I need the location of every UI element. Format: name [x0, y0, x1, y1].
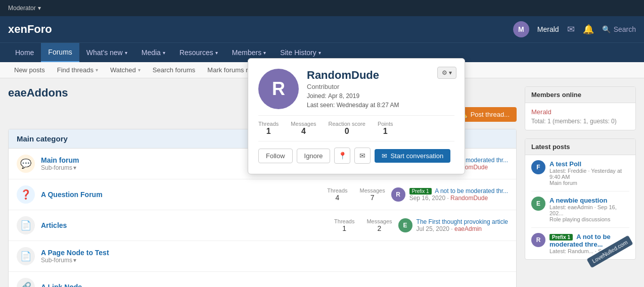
notifications-icon[interactable]: 🔔 — [583, 24, 594, 35]
forum-latest-articles: E The First thought provoking article Ju… — [398, 218, 508, 232]
popup-stat-messages: Messages 4 — [291, 121, 316, 136]
nav-item-forums[interactable]: Forums — [41, 43, 79, 62]
message-icon-button[interactable]: ✉ — [354, 148, 371, 164]
latest-title-q[interactable]: Prefix 1 A not to be moderated thr... — [409, 187, 508, 195]
logo-xen: xen — [8, 23, 27, 35]
post-meta-1: Latest: eaeAdmin · Sep 16, 202... — [549, 204, 629, 216]
forum-subforums-pagenode[interactable]: Sub-forums ▾ — [41, 257, 508, 264]
forum-icon-question: ❓ — [17, 185, 35, 204]
forum-info-articles: Articles — [41, 221, 328, 229]
forum-stats-articles: Threads 1 Messages 2 — [334, 218, 392, 232]
logo-foro: Foro — [27, 23, 52, 35]
resources-arrow: ▾ — [215, 50, 218, 56]
forum-name-linknode[interactable]: A Link Node — [41, 283, 508, 287]
latest-date-a: Jul 25, 2020 · eaeAdmin — [417, 225, 508, 232]
forum-info-pagenode: A Page Node to Test Sub-forums ▾ — [41, 249, 508, 264]
sidebar: Members online Merald Total: 1 (members:… — [525, 86, 636, 287]
latest-avatar-q[interactable]: R — [391, 187, 405, 202]
forum-icon-main: 💬 — [17, 155, 35, 173]
subforums-arrow: ▾ — [73, 164, 76, 171]
member-link-merald[interactable]: Merald — [531, 108, 629, 116]
role-selector[interactable]: Moderator ▾ — [8, 5, 41, 12]
watched-arrow: ▾ — [138, 67, 141, 73]
subforums-arrow-pn: ▾ — [73, 257, 76, 264]
members-arrow: ▾ — [263, 50, 266, 56]
post-meta-0: Latest: Freddie · Yesterday at 9:40 AM — [549, 168, 629, 180]
prefix-badge-q: Prefix 1 — [409, 188, 432, 195]
popup-stat-threads: Threads 1 — [258, 121, 279, 136]
popup-card: R RandomDude Contributor Joined: Apr 8, … — [248, 58, 465, 174]
latest-date-q: Sep 16, 2020 · RandomDude — [409, 195, 508, 202]
forum-stat-threads-q: Threads 4 — [327, 187, 347, 202]
latest-text-a: The First thought provoking article Jul … — [417, 218, 508, 232]
sub-nav-watched[interactable]: Watched ▾ — [104, 62, 147, 78]
start-conversation-icon: ✉ — [382, 152, 387, 160]
sitehistory-arrow: ▾ — [318, 50, 321, 56]
logo[interactable]: xenForo — [8, 23, 52, 36]
forum-icon-linknode: 🔗 — [17, 278, 35, 287]
popup-actions: Follow Ignore 📍 ✉ ✉ Start conversation — [258, 148, 454, 164]
forum-stats-question: Threads 4 Messages 7 — [327, 187, 385, 202]
post-info-1: A newbie question Latest: eaeAdmin · Sep… — [549, 197, 629, 222]
post-title-0[interactable]: A test Poll — [549, 160, 629, 168]
post-avatar-2[interactable]: R — [531, 233, 545, 247]
forum-latest-question: R Prefix 1 A not to be moderated thr... … — [391, 187, 508, 202]
table-row: 🔗 A Link Node — [9, 272, 516, 287]
avatar[interactable]: M — [513, 21, 529, 37]
forum-name-pagenode[interactable]: A Page Node to Test — [41, 249, 508, 257]
role-arrow: ▾ — [38, 5, 41, 12]
forum-stat-threads-a: Threads 1 — [334, 218, 354, 232]
popup-avatar: R — [258, 69, 299, 109]
forum-stat-messages-q: Messages 7 — [360, 187, 385, 202]
popup-joined: Joined: Apr 8, 2019 — [307, 92, 454, 100]
popup-settings-button[interactable]: ⚙ ▾ — [437, 67, 456, 79]
forum-stat-messages-a: Messages 2 — [366, 218, 392, 232]
list-item: E A newbie question Latest: eaeAdmin · S… — [531, 197, 629, 228]
user-popup: R RandomDude Contributor Joined: Apr 8, … — [248, 58, 465, 174]
follow-button[interactable]: Follow — [258, 149, 293, 163]
members-total: Total: 1 (members: 1, guests: 0) — [531, 118, 629, 125]
messages-icon[interactable]: ✉ — [567, 24, 575, 35]
post-avatar-1[interactable]: E — [531, 197, 545, 211]
nav-item-media[interactable]: Media ▾ — [134, 43, 172, 62]
latest-text-q: Prefix 1 A not to be moderated thr... Se… — [409, 187, 508, 202]
popup-header: R RandomDude Contributor Joined: Apr 8, … — [258, 69, 454, 109]
location-icon-button[interactable]: 📍 — [334, 148, 350, 164]
top-bar: Moderator ▾ — [0, 0, 644, 16]
table-row: ❓ A Question Forum Threads 4 Messages 7 — [9, 179, 516, 210]
table-row: 📄 Articles Threads 1 Messages 2 — [9, 210, 516, 241]
post-avatar-0[interactable]: F — [531, 160, 545, 174]
latest-avatar-a[interactable]: E — [398, 218, 412, 232]
post-thread-label: Post thread... — [471, 111, 510, 118]
post-category-0: Main forum — [549, 180, 629, 186]
members-online-card: Members online Merald Total: 1 (members:… — [525, 86, 636, 130]
nav-item-resources[interactable]: Resources ▾ — [172, 43, 225, 62]
sub-nav-newposts[interactable]: New posts — [8, 62, 51, 78]
media-arrow: ▾ — [163, 50, 165, 56]
forum-name-articles[interactable]: Articles — [41, 221, 328, 229]
header-right: M Merald ✉ 🔔 🔍 Search — [513, 21, 636, 37]
nav-item-whatsnew[interactable]: What's new ▾ — [79, 43, 134, 62]
post-category-1: Role playing discussions — [549, 216, 629, 222]
sub-nav-findthreads[interactable]: Find threads ▾ — [51, 62, 104, 78]
forum-icon-articles: 📄 — [17, 216, 35, 234]
findthreads-arrow: ▾ — [96, 67, 98, 73]
nav-item-home[interactable]: Home — [8, 43, 41, 62]
search-icon: 🔍 — [602, 25, 611, 33]
members-online-body: Merald Total: 1 (members: 1, guests: 0) — [525, 103, 635, 130]
latest-title-a[interactable]: The First thought provoking article — [417, 218, 508, 225]
search-label: Search — [614, 25, 636, 33]
forum-info-question: A Question Forum — [41, 190, 321, 199]
popup-role: Contributor — [307, 83, 454, 90]
ignore-button[interactable]: Ignore — [297, 149, 331, 163]
popup-lastseen: Last seen: Wednesday at 8:27 AM — [307, 102, 454, 109]
forum-info-linknode: A Link Node — [41, 283, 508, 287]
latest-posts-title: Latest posts — [525, 139, 635, 155]
post-title-1[interactable]: A newbie question — [549, 197, 629, 204]
start-conversation-button[interactable]: ✉ Start conversation — [375, 149, 450, 163]
forum-name-question[interactable]: A Question Forum — [41, 190, 321, 199]
search-button[interactable]: 🔍 Search — [602, 25, 636, 33]
sub-nav-searchforums[interactable]: Search forums — [147, 62, 202, 78]
table-row: 📄 A Page Node to Test Sub-forums ▾ — [9, 241, 516, 272]
post-prefix-badge: Prefix 1 — [549, 234, 573, 241]
